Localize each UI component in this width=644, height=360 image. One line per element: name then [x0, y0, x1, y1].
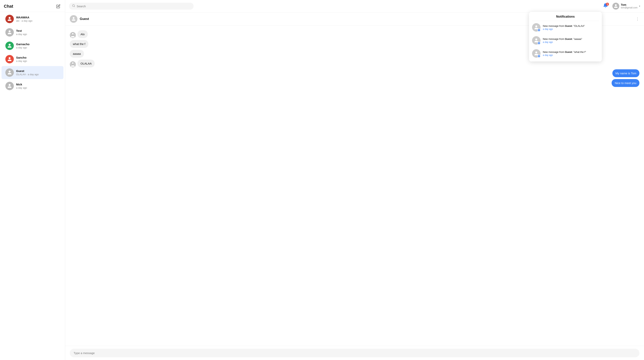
- svg-point-9: [73, 17, 74, 19]
- contact-item-sancho[interactable]: Sanchoa day ago: [2, 53, 64, 66]
- notif-avatar-wrap: [532, 23, 540, 31]
- notifications-title: Notifications: [532, 15, 599, 21]
- contact-name: Sancho: [16, 56, 60, 59]
- notification-item[interactable]: New message from Guest: "what the f" a d…: [529, 47, 602, 60]
- sidebar-title: Chat: [4, 4, 13, 9]
- avatar: [5, 68, 14, 77]
- search-input[interactable]: [77, 4, 190, 8]
- avatar: [70, 32, 76, 38]
- compose-button[interactable]: [56, 3, 61, 9]
- notification-item[interactable]: New message from Guest: "aaaaa" a day ag…: [529, 34, 602, 47]
- search-icon: [72, 4, 75, 8]
- svg-point-0: [9, 17, 10, 19]
- contact-preview: a day ago: [16, 59, 60, 62]
- svg-point-13: [536, 38, 537, 40]
- user-profile[interactable]: Tom tom@gmail.com ▾: [612, 3, 640, 9]
- notif-avatar-wrap: [532, 49, 540, 58]
- message-bubble-sent: Nice to meet you: [612, 79, 640, 87]
- notif-dot: [538, 28, 540, 31]
- contact-preview: a day ago: [16, 33, 60, 36]
- avatar: [5, 55, 14, 63]
- contact-name: WAAWAA: [16, 16, 60, 19]
- contact-preview: OLALAA · a day ago: [16, 73, 60, 76]
- avatar: [5, 41, 14, 50]
- contact-item-guest[interactable]: GuestOLALAA · a day ago: [2, 66, 64, 79]
- main-area: 3 Tom tom@gmail.com ▾: [65, 0, 644, 360]
- contact-preview: a day ago: [16, 46, 60, 49]
- notification-button[interactable]: 3: [602, 2, 609, 10]
- svg-point-14: [536, 51, 537, 53]
- svg-point-4: [9, 71, 10, 72]
- message-bubble: OLALAA: [78, 59, 95, 67]
- notif-text: New message from Guest: "aaaaa" a day ag…: [543, 37, 599, 43]
- message-bubble: aaaaa: [70, 50, 84, 58]
- contact-item-waawaa[interactable]: WAAWAAalo · a day ago: [2, 12, 64, 25]
- svg-point-8: [615, 4, 616, 6]
- avatar: [612, 3, 619, 9]
- user-display-name: Tom: [621, 3, 638, 6]
- contact-preview: alo · a day ago: [16, 19, 60, 22]
- message-bubble-sent: My name is Tom: [612, 69, 640, 77]
- contact-item-test[interactable]: Testa day ago: [2, 26, 64, 39]
- contact-name: Garnacho: [16, 42, 60, 46]
- svg-point-1: [9, 30, 10, 32]
- topbar: 3 Tom tom@gmail.com ▾: [65, 0, 644, 12]
- notification-badge: 3: [606, 3, 609, 6]
- chat-header-name: Guest: [80, 17, 89, 21]
- sidebar: Chat WAAWAAalo · a day agoTesta day agoG…: [0, 0, 65, 360]
- notification-item[interactable]: New message from Guest: "OLALAA" a day a…: [529, 21, 602, 34]
- svg-line-7: [74, 6, 75, 7]
- contact-name: Guest: [16, 69, 60, 72]
- message-bubble: what the f: [70, 40, 88, 48]
- contact-name: Test: [16, 29, 60, 32]
- message-input-area: [65, 346, 644, 360]
- user-email: tom@gmail.com: [621, 6, 638, 9]
- contact-info: WAAWAAalo · a day ago: [16, 16, 60, 22]
- contact-info: Sanchoa day ago: [16, 56, 60, 62]
- contact-info: GuestOLALAA · a day ago: [16, 69, 60, 76]
- more-options-icon[interactable]: ⋮: [636, 17, 640, 21]
- contact-info: Nicka day ago: [16, 83, 60, 89]
- svg-point-3: [9, 57, 10, 59]
- svg-point-12: [536, 25, 537, 27]
- avatar: [5, 82, 14, 90]
- message-input[interactable]: [70, 349, 640, 357]
- contact-info: Testa day ago: [16, 29, 60, 36]
- notif-time: a day ago: [543, 28, 599, 30]
- search-box[interactable]: [69, 3, 194, 9]
- avatar: [70, 61, 76, 67]
- contact-preview: a day ago: [16, 86, 60, 89]
- sidebar-header: Chat: [0, 0, 65, 12]
- notif-text: New message from Guest: "OLALAA" a day a…: [543, 24, 599, 30]
- chat-header-avatar: [70, 15, 78, 23]
- notifications-panel: Notifications New message from Guest: "O…: [529, 12, 602, 61]
- avatar: [5, 15, 14, 23]
- svg-point-10: [72, 33, 74, 35]
- topbar-right: 3 Tom tom@gmail.com ▾: [602, 2, 640, 10]
- notif-avatar-wrap: [532, 36, 540, 45]
- user-name-block: Tom tom@gmail.com: [621, 3, 638, 9]
- contact-name: Nick: [16, 83, 60, 86]
- notification-list: New message from Guest: "OLALAA" a day a…: [529, 21, 602, 60]
- notif-text: New message from Guest: "what the f" a d…: [543, 50, 599, 56]
- message-bubble: Alo: [78, 30, 88, 38]
- notif-dot: [538, 54, 540, 58]
- svg-point-5: [9, 84, 10, 86]
- chevron-down-icon: ▾: [639, 5, 640, 7]
- svg-point-2: [9, 44, 10, 45]
- notif-dot: [538, 41, 540, 45]
- notif-time: a day ago: [543, 41, 599, 43]
- contact-list: WAAWAAalo · a day agoTesta day agoGarnac…: [0, 12, 65, 360]
- contact-item-nick[interactable]: Nicka day ago: [2, 79, 64, 92]
- svg-point-11: [72, 62, 74, 64]
- avatar: [5, 28, 14, 36]
- notif-time: a day ago: [543, 54, 599, 56]
- contact-item-garnacho[interactable]: Garnachoa day ago: [2, 39, 64, 52]
- contact-info: Garnachoa day ago: [16, 42, 60, 49]
- messages-area: Alowhat the faaaaaOLALAAMy name is TomNi…: [65, 26, 644, 346]
